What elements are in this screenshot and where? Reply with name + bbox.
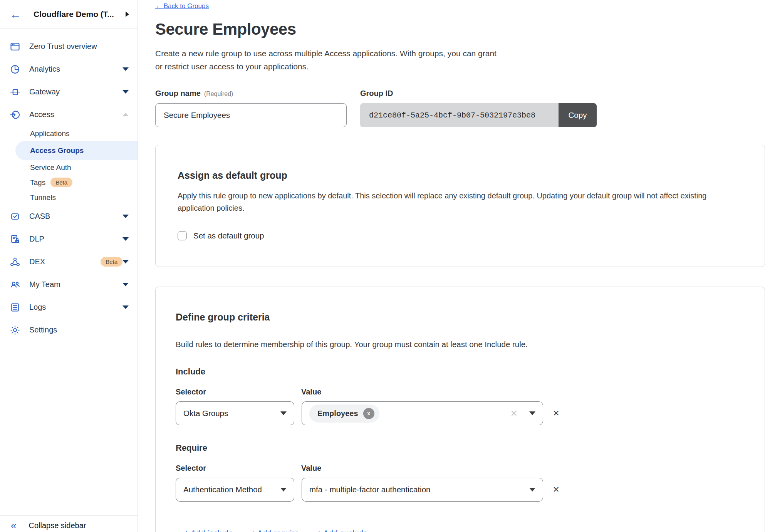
- group-id-label: Group ID: [360, 89, 597, 98]
- add-rule-links: + Add include + Add require + Add exclud…: [176, 529, 743, 532]
- sidebar-item-logs[interactable]: Logs: [0, 296, 138, 319]
- sidebar-item-casb[interactable]: CASB: [0, 205, 138, 228]
- sidebar-item-label: Gateway: [29, 87, 122, 96]
- list-document-icon: [10, 302, 20, 313]
- default-group-desc-line: application policies.: [178, 202, 740, 214]
- chevron-down-icon[interactable]: [122, 237, 129, 241]
- access-subnav: Applications Access Groups Service Auth …: [0, 126, 138, 205]
- add-exclude-link[interactable]: + Add exclude: [317, 529, 368, 532]
- default-group-card: Assign as default group Apply this rule …: [155, 145, 765, 267]
- criteria-card-title: Define group criteria: [176, 312, 743, 323]
- default-group-desc-line: Apply this rule group to new application…: [178, 190, 740, 202]
- chevron-down-icon[interactable]: [122, 260, 129, 263]
- sidebar-item-dlp[interactable]: DLP: [0, 228, 138, 250]
- chevron-down-icon[interactable]: [122, 67, 129, 71]
- network-nodes-icon: [10, 257, 20, 267]
- require-value-label: Value: [301, 464, 321, 473]
- sidebar-item-tags[interactable]: Tags Beta: [30, 175, 138, 190]
- subnav-item-label: Service Auth: [30, 163, 71, 172]
- chevron-down-icon[interactable]: [122, 90, 129, 94]
- chevron-down-icon: [529, 488, 535, 492]
- page-description-line: Create a new rule group to use across mu…: [155, 47, 765, 60]
- chevron-down-icon[interactable]: [122, 215, 129, 218]
- collapse-sidebar-label: Collapse sidebar: [29, 521, 86, 530]
- collapse-chevrons-icon: «: [11, 520, 16, 530]
- chevron-down-icon: [280, 411, 287, 415]
- remove-include-rule-icon[interactable]: ✕: [553, 409, 560, 418]
- subnav-item-label: Access Groups: [30, 146, 84, 155]
- require-selector-dropdown[interactable]: Authentication Method: [176, 478, 294, 502]
- default-group-card-title: Assign as default group: [178, 170, 743, 181]
- include-selector-dropdown[interactable]: Okta Groups: [176, 401, 294, 425]
- clear-selection-icon[interactable]: ✕: [510, 408, 518, 419]
- required-note: (Required): [204, 91, 233, 97]
- add-require-link[interactable]: + Add require: [251, 529, 299, 532]
- sidebar-item-tunnels[interactable]: Tunnels: [30, 190, 138, 205]
- back-to-groups-link[interactable]: ← Back to Groups: [155, 2, 209, 10]
- gateway-icon: [10, 87, 20, 97]
- app-window-icon: [10, 41, 20, 52]
- casb-check-icon: [10, 211, 20, 222]
- require-value-text: mfa - multiple-factor authentication: [309, 485, 524, 494]
- sidebar-item-label: Analytics: [29, 65, 122, 74]
- collapse-sidebar-button[interactable]: « Collapse sidebar: [0, 515, 138, 532]
- chevron-up-icon[interactable]: [122, 113, 129, 116]
- chevron-down-icon: [280, 488, 287, 492]
- sidebar-item-service-auth[interactable]: Service Auth: [30, 160, 138, 175]
- account-title[interactable]: Cloudflare Demo (T...: [34, 10, 122, 19]
- include-value-multiselect[interactable]: Employees x ✕: [302, 401, 543, 425]
- sidebar-item-gateway[interactable]: Gateway: [0, 81, 138, 103]
- chevron-down-icon: [529, 411, 535, 415]
- sidebar-item-zero-trust-overview[interactable]: Zero Trust overview: [0, 35, 138, 58]
- sidebar-item-label: Settings: [29, 326, 129, 334]
- sidebar-item-settings[interactable]: Settings: [0, 319, 138, 341]
- subnav-item-label: Applications: [30, 129, 69, 138]
- beta-badge: Beta: [50, 178, 72, 187]
- sidebar: ← Cloudflare Demo (T... Zero Trust overv…: [0, 0, 138, 532]
- sidebar-item-label: Logs: [29, 303, 122, 312]
- default-group-checkbox-label: Set as default group: [193, 231, 264, 240]
- sidebar-item-label: DLP: [29, 235, 122, 243]
- remove-require-rule-icon[interactable]: ✕: [553, 485, 560, 494]
- add-include-link[interactable]: + Add include: [184, 529, 233, 532]
- sidebar-item-label: Zero Trust overview: [29, 42, 129, 51]
- require-value-dropdown[interactable]: mfa - multiple-factor authentication: [302, 478, 543, 502]
- remove-tag-icon[interactable]: x: [363, 408, 374, 419]
- sidebar-item-access[interactable]: Access: [0, 103, 138, 126]
- sidebar-nav: Zero Trust overview Analytics Gateway: [0, 29, 138, 341]
- criteria-card-description: Build rules to determine membership of t…: [176, 340, 743, 349]
- back-arrow-icon[interactable]: ←: [10, 8, 21, 20]
- subnav-item-label: Tunnels: [30, 193, 56, 202]
- back-link-label: Back to Groups: [164, 2, 209, 10]
- default-group-checkbox[interactable]: [178, 231, 187, 240]
- copy-button[interactable]: Copy: [559, 103, 597, 127]
- value-tag-employees: Employees x: [309, 404, 379, 423]
- chevron-down-icon[interactable]: [122, 305, 129, 309]
- sidebar-header: ← Cloudflare Demo (T...: [0, 0, 138, 29]
- require-section-label: Require: [176, 443, 743, 453]
- include-rule-row: Okta Groups Employees x ✕ ✕: [176, 401, 743, 425]
- team-people-icon: [10, 279, 20, 290]
- group-name-label: Group name(Required): [155, 89, 347, 98]
- gear-icon: [10, 325, 20, 336]
- sidebar-item-my-team[interactable]: My Team: [0, 273, 138, 296]
- group-name-input[interactable]: [155, 103, 347, 127]
- sidebar-item-analytics[interactable]: Analytics: [0, 58, 138, 81]
- chevron-down-icon[interactable]: [122, 283, 129, 286]
- group-id-value: d21ce80f-5a25-4bcf-9b07-5032197e3be8: [360, 103, 559, 127]
- require-rule-labels: Selector Value: [176, 464, 743, 473]
- sidebar-item-label: Access: [29, 110, 122, 119]
- criteria-card: Define group criteria Build rules to det…: [155, 287, 765, 532]
- main-content: ← Back to Groups Secure Employees Create…: [138, 0, 770, 532]
- sidebar-item-label: DEX: [29, 257, 96, 266]
- page-title: Secure Employees: [155, 20, 765, 39]
- sidebar-item-dex[interactable]: DEX Beta: [0, 250, 138, 273]
- back-arrow-icon: ←: [155, 2, 162, 10]
- subnav-item-label: Tags: [30, 178, 45, 187]
- default-group-card-description: Apply this rule group to new application…: [178, 190, 740, 214]
- sidebar-item-applications[interactable]: Applications: [30, 126, 138, 141]
- caret-right-icon[interactable]: [126, 12, 129, 17]
- page-description: Create a new rule group to use across mu…: [155, 47, 765, 73]
- pie-chart-icon: [10, 64, 20, 75]
- sidebar-item-access-groups[interactable]: Access Groups: [15, 141, 138, 160]
